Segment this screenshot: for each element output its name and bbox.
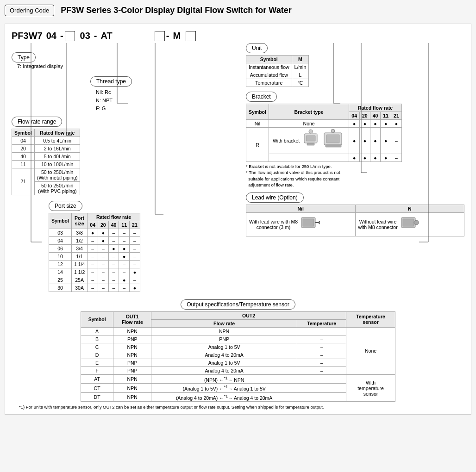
ps-hdr-21: 21 <box>130 221 140 229</box>
br-hdr-40: 40 <box>370 112 381 120</box>
lw-nil-icon <box>301 216 320 233</box>
diagram-area: Type 7: Integrated display Thread type N… <box>12 43 464 410</box>
left-column: Type 7: Integrated display Thread type N… <box>12 43 238 292</box>
code-box2 <box>155 31 165 41</box>
page-title: PF3W Series 3-Color Display Digital Flow… <box>61 6 291 15</box>
out-hdr-temp: Temperature <box>297 319 346 327</box>
unit-bubble: Unit <box>246 43 268 53</box>
thread-type-bubble: Thread type <box>90 76 132 87</box>
type-label: 7: Integrated display <box>17 63 238 69</box>
ps-row-30: 3030A––––● <box>49 284 140 292</box>
br-row-r: R With bracket <box>246 128 402 154</box>
code-dash2: - <box>94 31 97 41</box>
fr-row5-sym: 21 <box>12 168 35 195</box>
leadwire-section: Lead wire (Option) Nil N <box>246 193 464 236</box>
bracket-table: Symbol Bracket type Rated flow rate 04 2… <box>246 104 402 162</box>
output-note: *1) For units with temperature sensor, o… <box>12 404 464 410</box>
fr-row1-sym: 04 <box>12 137 35 144</box>
thread-type-section: Thread type Nil: Rc N: NPT F: G <box>90 76 238 113</box>
code-box1 <box>65 31 75 41</box>
code-m: M <box>173 31 181 41</box>
diagram-content: Type 7: Integrated display Thread type N… <box>12 43 464 292</box>
ps-row-03: 033/8●●––– <box>49 229 140 236</box>
fr-row4-sym: 11 <box>12 160 35 168</box>
unit-accum-val: L <box>292 71 309 79</box>
main-content: PF3W7 04 - 03 - AT - M <box>5 24 471 415</box>
unit-section: Unit Symbol M Instantaneous flowL/min Ac… <box>246 43 464 87</box>
port-size-section: Port size Symbol Portsize Rated flow rat… <box>49 201 238 292</box>
output-title-wrap: Output specifications/Temperature sensor <box>12 299 464 310</box>
unit-hdr-m: M <box>292 56 309 63</box>
lw-n-content: Without lead wirewith M8 connector <box>358 216 462 233</box>
ps-row-10: 101/1–––●– <box>49 252 140 260</box>
unit-temp: Temperature <box>246 79 292 87</box>
br-row-nil: NilNone●●●●● <box>246 120 402 128</box>
fr-row3-val: 5 to 40L/min <box>34 152 80 160</box>
br-hdr-21: 21 <box>391 112 402 120</box>
flow-rate-table: Symbol Rated flow rate 040.5 to 4L/min 2… <box>12 129 80 195</box>
ps-hdr-rated: Rated flow rate <box>88 213 140 221</box>
unit-temp-val: ℃ <box>292 79 309 87</box>
br-hdr-11: 11 <box>381 112 391 120</box>
ps-hdr-40: 40 <box>108 221 119 229</box>
fr-row2-sym: 20 <box>12 144 35 152</box>
sup3: *1 <box>224 394 228 398</box>
header: Ordering Code PF3W Series 3-Color Displa… <box>5 5 471 16</box>
type-bubble: Type <box>12 52 36 62</box>
code-line: PF3W7 04 - 03 - AT - M <box>12 31 464 41</box>
bracket-note2: * The flow adjustment valve of this prod… <box>246 169 464 188</box>
svg-rect-19 <box>326 135 339 143</box>
bracket-device-icon <box>303 129 345 152</box>
unit-accum: Accumulated flow <box>246 71 292 79</box>
unit-table-wrap: Symbol M Instantaneous flowL/min Accumul… <box>246 55 464 87</box>
out-hdr-flowrate: Flow rate <box>151 319 297 327</box>
thread-npt: N: NPT <box>96 97 238 105</box>
fr-row3-sym: 40 <box>12 152 35 160</box>
type-section: Type 7: Integrated display <box>12 52 238 69</box>
output-bubble: Output specifications/Temperature sensor <box>181 299 295 310</box>
lw-n-icon <box>401 216 420 233</box>
flow-rate-section: Flow rate range Symbol Rated flow rate 0… <box>12 117 238 195</box>
svg-rect-15 <box>306 136 315 141</box>
code-box3 <box>186 31 196 41</box>
svg-point-25 <box>319 221 320 224</box>
sup1: *1 <box>224 376 227 380</box>
lw-cell-nil: With lead wire with M8connector (3 m) <box>246 213 356 236</box>
ps-hdr-20: 20 <box>98 221 108 229</box>
br-hdr-type: Bracket type <box>269 104 349 120</box>
leadwire-table-wrap: Nil N With lead wire with M8connector (3… <box>246 205 464 236</box>
lw-cell-n: Without lead wirewith M8 connector <box>355 213 464 236</box>
unit-table: Symbol M Instantaneous flowL/min Accumul… <box>246 55 309 87</box>
bracket-table-wrap: Symbol Bracket type Rated flow rate 04 2… <box>246 104 464 188</box>
thread-g: F: G <box>96 105 238 113</box>
fr-hdr-rated: Rated flow rate <box>34 129 80 137</box>
bracket-section: Bracket Symbol Bracket type Rated flow r… <box>246 92 464 188</box>
svg-point-28 <box>414 220 419 225</box>
ordering-code-badge: Ordering Code <box>5 5 54 16</box>
out-hdr-symbol: Symbol <box>81 311 113 327</box>
code-03: 03 <box>80 31 90 41</box>
lw-nil-text: With lead wire with M8connector (3 m) <box>249 219 298 230</box>
code-dash1: - <box>60 31 63 41</box>
ps-hdr-port: Portsize <box>71 213 87 229</box>
code-dash3: - <box>166 31 169 41</box>
port-size-bubble: Port size <box>49 201 82 211</box>
lw-n-text: Without lead wirewith M8 connector <box>358 219 398 230</box>
br-hdr-04: 04 <box>349 112 360 120</box>
leadwire-bubble: Lead wire (Option) <box>246 193 304 203</box>
out-hdr-out2: OUT2 <box>151 311 346 319</box>
ps-row-25: 2525A–––●– <box>49 276 140 284</box>
svg-point-17 <box>309 130 313 133</box>
lw-nil-content: With lead wire with M8connector (3 m) <box>249 216 352 233</box>
ps-row-04: 041/2–●––– <box>49 236 140 244</box>
thread-type-options: Nil: Rc N: NPT F: G <box>96 88 238 113</box>
out-row-at: ATNPN(NPN) ←*1→ NPNWithtemperaturesensor <box>81 374 395 384</box>
br-with-bracket: With bracket <box>269 128 349 154</box>
unit-hdr-symbol: Symbol <box>246 56 292 63</box>
code-at: AT <box>101 31 113 41</box>
fr-row4-val: 10 to 100L/min <box>34 160 80 168</box>
type-bubble-wrap: Type <box>12 52 36 62</box>
leadwire-table: Nil N With lead wire with M8connector (3… <box>246 205 464 236</box>
output-section: Output specifications/Temperature sensor… <box>12 299 464 410</box>
code-04: 04 <box>46 31 56 41</box>
